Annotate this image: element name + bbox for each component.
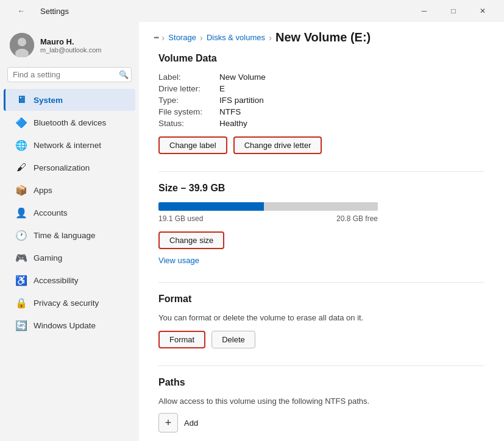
app-body: Mauro H. m_lab@outlook.com 🔍 🖥 System 🔷 … bbox=[0, 22, 504, 441]
data-row-label: Label: New Volume bbox=[158, 72, 484, 82]
windowsupdate-icon: 🔄 bbox=[15, 319, 27, 331]
add-path-label: Add bbox=[184, 418, 198, 428]
sidebar-item-system[interactable]: 🖥 System bbox=[4, 89, 135, 111]
change-label-button[interactable]: Change label bbox=[158, 136, 227, 154]
sidebar-item-accessibility[interactable]: ♿ Accessibility bbox=[4, 269, 135, 291]
search-input[interactable] bbox=[13, 70, 115, 79]
breadcrumb-sep3: › bbox=[269, 32, 272, 43]
sidebar-item-bluetooth[interactable]: 🔷 Bluetooth & devices bbox=[4, 111, 135, 133]
user-email: m_lab@outlook.com bbox=[40, 46, 101, 54]
breadcrumb-more: ··· bbox=[154, 32, 158, 43]
sidebar-item-personalization[interactable]: 🖌 Personalization bbox=[4, 157, 135, 178]
sidebar-label-time: Time & language bbox=[34, 231, 96, 240]
storage-bar-container bbox=[158, 202, 378, 211]
type-val: IFS partition bbox=[219, 96, 264, 105]
sidebar-label-gaming: Gaming bbox=[34, 253, 62, 263]
drive-key: Drive letter: bbox=[158, 84, 219, 93]
sidebar-item-network[interactable]: 🌐 Network & internet bbox=[4, 134, 135, 156]
sidebar-label-system: System bbox=[34, 96, 63, 105]
format-button-row: Format Delete bbox=[158, 331, 484, 348]
avatar bbox=[10, 33, 34, 57]
breadcrumb-storage[interactable]: Storage bbox=[168, 33, 196, 42]
sidebar-item-privacy[interactable]: 🔒 Privacy & security bbox=[4, 292, 135, 314]
data-row-drive: Drive letter: E bbox=[158, 84, 484, 93]
personalization-icon: 🖌 bbox=[15, 161, 27, 174]
filesystem-val: NTFS bbox=[219, 107, 241, 116]
titlebar: ← Settings ─ □ ✕ bbox=[0, 0, 504, 22]
volume-button-row: Change label Change drive letter bbox=[158, 136, 484, 154]
paths-section: Paths Allow access to this volume using … bbox=[158, 377, 484, 432]
divider-2 bbox=[158, 282, 484, 283]
data-row-type: Type: IFS partition bbox=[158, 96, 484, 105]
change-size-button[interactable]: Change size bbox=[158, 231, 224, 249]
sidebar-item-time[interactable]: 🕐 Time & language bbox=[4, 224, 135, 246]
status-key: Status: bbox=[158, 119, 219, 128]
format-section: Format You can format or delete the volu… bbox=[158, 294, 484, 348]
paths-title: Paths bbox=[158, 377, 484, 388]
paths-description: Allow access to this volume using the fo… bbox=[158, 397, 484, 406]
divider-1 bbox=[158, 171, 484, 172]
system-icon: 🖥 bbox=[15, 94, 27, 106]
size-title: Size – 39.9 GB bbox=[158, 183, 484, 194]
format-button[interactable]: Format bbox=[158, 331, 205, 348]
data-row-status: Status: Healthy bbox=[158, 119, 484, 128]
storage-bar-used bbox=[158, 202, 264, 211]
breadcrumb-sep2: › bbox=[200, 32, 203, 43]
search-box[interactable]: 🔍 bbox=[7, 67, 132, 82]
size-section: Size – 39.9 GB 19.1 GB used 20.8 GB free… bbox=[158, 183, 484, 265]
label-key: Label: bbox=[158, 72, 219, 82]
view-usage-link[interactable]: View usage bbox=[158, 256, 199, 265]
breadcrumb-disks[interactable]: Disks & volumes bbox=[207, 33, 265, 42]
user-name: Mauro H. bbox=[40, 37, 101, 46]
sidebar-item-windowsupdate[interactable]: 🔄 Windows Update bbox=[4, 314, 135, 336]
status-val: Healthy bbox=[219, 119, 247, 128]
user-profile: Mauro H. m_lab@outlook.com bbox=[0, 27, 139, 67]
maximize-button[interactable]: □ bbox=[439, 2, 467, 20]
privacy-icon: 🔒 bbox=[15, 297, 27, 309]
sidebar: Mauro H. m_lab@outlook.com 🔍 🖥 System 🔷 … bbox=[0, 22, 139, 441]
format-description: You can format or delete the volume to e… bbox=[158, 313, 484, 322]
add-path-row: + Add bbox=[158, 413, 484, 432]
titlebar-left: ← Settings bbox=[7, 2, 69, 20]
storage-free-label: 20.8 GB free bbox=[336, 214, 378, 223]
svg-point-1 bbox=[18, 38, 26, 46]
sidebar-item-apps[interactable]: 📦 Apps bbox=[4, 179, 135, 201]
sidebar-item-accounts[interactable]: 👤 Accounts bbox=[4, 202, 135, 224]
sidebar-label-apps: Apps bbox=[34, 186, 52, 195]
sidebar-label-bluetooth: Bluetooth & devices bbox=[34, 118, 106, 127]
sidebar-label-windowsupdate: Windows Update bbox=[34, 321, 96, 330]
filesystem-key: File system: bbox=[158, 107, 219, 116]
accessibility-icon: ♿ bbox=[15, 274, 27, 286]
minimize-button[interactable]: ─ bbox=[410, 2, 438, 20]
format-title: Format bbox=[158, 294, 484, 305]
add-path-button[interactable]: + bbox=[158, 413, 178, 432]
sidebar-label-accounts: Accounts bbox=[34, 208, 68, 217]
time-icon: 🕐 bbox=[15, 229, 27, 241]
type-key: Type: bbox=[158, 96, 219, 105]
breadcrumb-current: New Volume (E:) bbox=[275, 30, 371, 44]
volume-data-section: Volume Data Label: New Volume Drive lett… bbox=[158, 53, 484, 154]
window-controls: ─ □ ✕ bbox=[410, 2, 497, 20]
content-area: Volume Data Label: New Volume Drive lett… bbox=[139, 53, 504, 441]
label-val: New Volume bbox=[219, 72, 266, 82]
storage-used-label: 19.1 GB used bbox=[158, 214, 203, 223]
change-drive-letter-button[interactable]: Change drive letter bbox=[233, 136, 322, 154]
sidebar-label-personalization: Personalization bbox=[34, 163, 90, 172]
sidebar-label-accessibility: Accessibility bbox=[34, 276, 79, 285]
user-info: Mauro H. m_lab@outlook.com bbox=[40, 37, 101, 54]
volume-data-title: Volume Data bbox=[158, 53, 484, 64]
size-button-row: Change size bbox=[158, 231, 484, 249]
close-button[interactable]: ✕ bbox=[469, 2, 497, 20]
search-icon: 🔍 bbox=[119, 70, 129, 79]
drive-val: E bbox=[219, 84, 225, 93]
app-title: Settings bbox=[40, 7, 69, 16]
sidebar-label-privacy: Privacy & security bbox=[34, 298, 99, 308]
breadcrumb: ··· › Storage › Disks & volumes › New Vo… bbox=[139, 22, 504, 51]
delete-button[interactable]: Delete bbox=[211, 331, 255, 348]
back-button[interactable]: ← bbox=[7, 2, 35, 20]
network-icon: 🌐 bbox=[15, 139, 27, 151]
apps-icon: 📦 bbox=[15, 184, 27, 196]
main-content: ··· › Storage › Disks & volumes › New Vo… bbox=[139, 22, 504, 441]
gaming-icon: 🎮 bbox=[15, 252, 27, 264]
sidebar-item-gaming[interactable]: 🎮 Gaming bbox=[4, 247, 135, 269]
